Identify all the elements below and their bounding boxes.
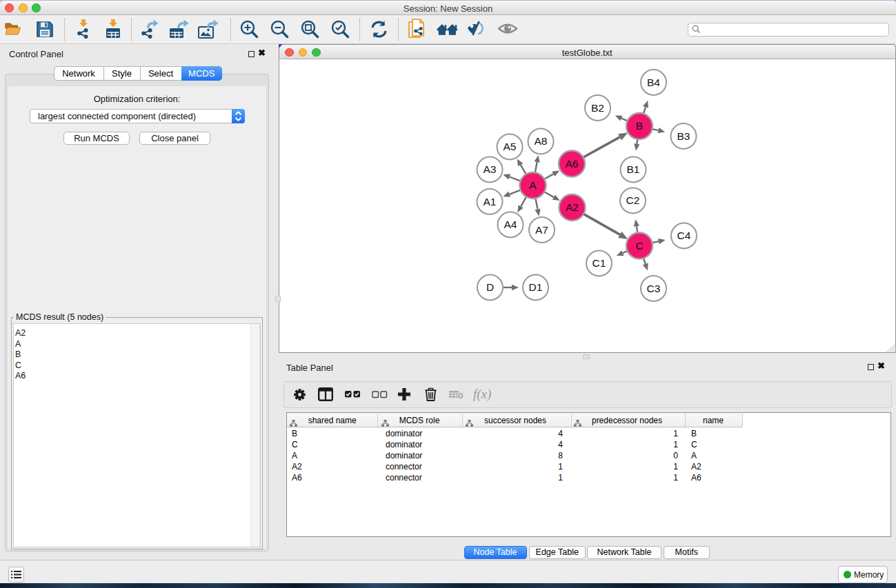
svg-text:B3: B3 bbox=[677, 130, 690, 142]
svg-text:A6: A6 bbox=[566, 158, 579, 170]
svg-text:A8: A8 bbox=[535, 135, 548, 147]
svg-text:A3: A3 bbox=[484, 163, 497, 175]
svg-text:C4: C4 bbox=[677, 230, 691, 241]
svg-text:B: B bbox=[636, 120, 643, 132]
svg-text:A4: A4 bbox=[504, 219, 517, 230]
svg-text:A: A bbox=[529, 179, 537, 191]
svg-text:A5: A5 bbox=[504, 141, 517, 152]
svg-text:C1: C1 bbox=[593, 257, 606, 269]
svg-text:C: C bbox=[635, 240, 643, 252]
svg-text:D1: D1 bbox=[529, 281, 543, 293]
svg-text:D: D bbox=[486, 281, 494, 293]
svg-text:A1: A1 bbox=[484, 196, 497, 207]
svg-text:C3: C3 bbox=[647, 283, 661, 294]
svg-text:A2: A2 bbox=[566, 201, 579, 213]
svg-text:A7: A7 bbox=[535, 224, 548, 236]
svg-text:C2: C2 bbox=[626, 194, 640, 206]
svg-text:B2: B2 bbox=[591, 102, 604, 114]
svg-text:B4: B4 bbox=[647, 77, 660, 88]
svg-text:B1: B1 bbox=[627, 163, 640, 175]
